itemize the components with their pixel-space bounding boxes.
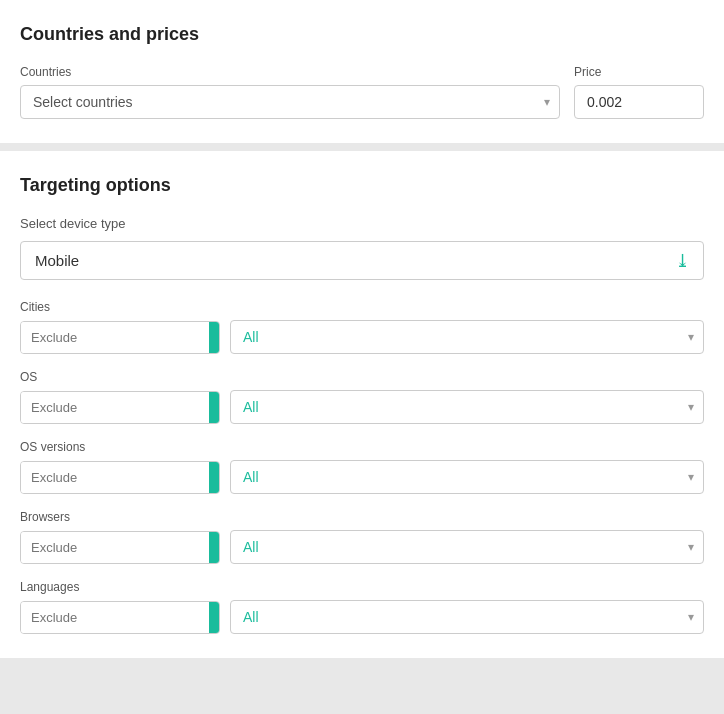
os-row: Include All ▾ xyxy=(20,390,704,424)
os-field: OS Include All ▾ xyxy=(20,370,704,424)
browsers-row: Include All ▾ xyxy=(20,530,704,564)
os-versions-exclude-input[interactable] xyxy=(21,462,209,493)
browsers-include-button[interactable]: Include xyxy=(209,532,220,563)
browsers-field: Browsers Include All ▾ xyxy=(20,510,704,564)
browsers-all-wrapper: All ▾ xyxy=(230,530,704,564)
os-include-button[interactable]: Include xyxy=(209,392,220,423)
price-col: Price xyxy=(574,65,704,119)
countries-label: Countries xyxy=(20,65,560,79)
languages-include-button[interactable]: Include xyxy=(209,602,220,633)
os-all-select[interactable]: All xyxy=(230,390,704,424)
countries-prices-section: Countries and prices Countries Select co… xyxy=(0,0,724,143)
os-versions-exclude-include: Include xyxy=(20,461,220,494)
cities-row: Include All ▾ xyxy=(20,320,704,354)
device-type-label: Select device type xyxy=(20,216,704,231)
browsers-exclude-include: Include xyxy=(20,531,220,564)
cities-field: Cities Include All ▾ xyxy=(20,300,704,354)
browsers-all-select[interactable]: All xyxy=(230,530,704,564)
cities-all-select[interactable]: All xyxy=(230,320,704,354)
cities-label: Cities xyxy=(20,300,704,314)
os-versions-all-wrapper: All ▾ xyxy=(230,460,704,494)
browsers-exclude-input[interactable] xyxy=(21,532,209,563)
languages-row: Include All ▾ xyxy=(20,600,704,634)
device-select-wrapper: Mobile Desktop Tablet ⤓ xyxy=(20,241,704,280)
cities-include-button[interactable]: Include xyxy=(209,322,220,353)
languages-label: Languages xyxy=(20,580,704,594)
os-exclude-include: Include xyxy=(20,391,220,424)
os-label: OS xyxy=(20,370,704,384)
os-exclude-input[interactable] xyxy=(21,392,209,423)
languages-all-select[interactable]: All xyxy=(230,600,704,634)
os-versions-field: OS versions Include All ▾ xyxy=(20,440,704,494)
price-input[interactable] xyxy=(574,85,704,119)
countries-select[interactable]: Select countries xyxy=(20,85,560,119)
device-type-select[interactable]: Mobile Desktop Tablet xyxy=(20,241,704,280)
languages-exclude-include: Include xyxy=(20,601,220,634)
browsers-label: Browsers xyxy=(20,510,704,524)
price-label: Price xyxy=(574,65,704,79)
os-versions-label: OS versions xyxy=(20,440,704,454)
languages-exclude-input[interactable] xyxy=(21,602,209,633)
countries-col: Countries Select countries ▾ xyxy=(20,65,560,119)
countries-prices-title: Countries and prices xyxy=(20,24,704,45)
cities-exclude-include: Include xyxy=(20,321,220,354)
os-versions-all-select[interactable]: All xyxy=(230,460,704,494)
os-versions-include-button[interactable]: Include xyxy=(209,462,220,493)
countries-row: Countries Select countries ▾ Price xyxy=(20,65,704,119)
cities-all-wrapper: All ▾ xyxy=(230,320,704,354)
cities-exclude-input[interactable] xyxy=(21,322,209,353)
os-all-wrapper: All ▾ xyxy=(230,390,704,424)
languages-field: Languages Include All ▾ xyxy=(20,580,704,634)
targeting-options-title: Targeting options xyxy=(20,175,704,196)
countries-select-wrapper: Select countries ▾ xyxy=(20,85,560,119)
languages-all-wrapper: All ▾ xyxy=(230,600,704,634)
targeting-options-section: Targeting options Select device type Mob… xyxy=(0,151,724,658)
os-versions-row: Include All ▾ xyxy=(20,460,704,494)
